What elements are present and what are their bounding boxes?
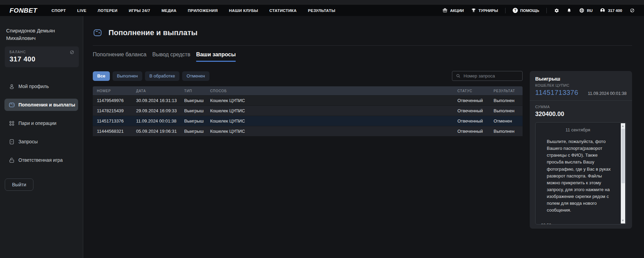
nav-right-cluster: АКЦИИ ТУРНИРЫ ПОМОЩЬ	[442, 8, 635, 13]
sidebar-item-deposits-payouts[interactable]: Пополнения и выплаты	[4, 99, 78, 111]
page-header: Пополнение и выплаты	[93, 28, 632, 38]
nav-item-games24[interactable]: ИГРЫ 24/7	[129, 9, 150, 13]
table-row[interactable]: 11478215439 29.09.2024 16:09:33 Выигрыш …	[93, 105, 523, 116]
cell-result: Выполнен	[489, 129, 523, 134]
lock-open-icon	[9, 157, 15, 163]
fonbet-logo[interactable]: FONBET	[10, 7, 37, 14]
tabs-bar: Пополнение баланса Вывод средств Ваши за…	[93, 52, 632, 62]
amount-value: 320400.00	[535, 111, 627, 118]
tournaments-label: ТУРНИРЫ	[479, 9, 498, 13]
top-navigation-bar: FONBET СПОРТ LIVE ЛОТЕРЕИ ИГРЫ 24/7 МЕДИ…	[0, 5, 644, 16]
cell-result: Отменен	[489, 118, 523, 124]
status-filter-chips: Все Выполнен В обработке Отменен	[93, 71, 209, 81]
trophy-icon	[471, 8, 476, 13]
column-header-type: ТИП	[180, 89, 206, 93]
request-id-link[interactable]: 11451713376	[535, 89, 578, 97]
table-row[interactable]: 11444568321 05.09.2024 19:06:31 Выигрыш …	[93, 126, 523, 136]
language-label: RU	[587, 9, 593, 13]
cell-method: Кошелек ЦУПИС	[206, 108, 453, 113]
question-icon	[513, 8, 518, 13]
language-switcher[interactable]: RU	[579, 8, 593, 13]
panel-divider	[530, 100, 632, 101]
account-balance-button[interactable]: 317 400	[600, 8, 622, 13]
cell-status: Отвеченный	[453, 108, 489, 113]
filter-chip-processing[interactable]: В обработке	[145, 71, 179, 81]
cell-number: 11444568321	[93, 129, 132, 134]
browser-top-strip	[0, 0, 644, 5]
tab-deposit-balance[interactable]: Пополнение баланса	[93, 52, 146, 62]
filter-chip-completed[interactable]: Выполнен	[113, 71, 142, 81]
table-row[interactable]: 11479549976 30.09.2024 16:31:13 Выигрыш …	[93, 95, 523, 105]
main-nav-menu: СПОРТ LIVE ЛОТЕРЕИ ИГРЫ 24/7 МЕДИА ПРИЛО…	[52, 9, 335, 13]
scrollbar-thumb[interactable]	[621, 129, 625, 183]
sidebar-item-label: Пополнения и выплаты	[18, 102, 75, 108]
message-scrollbar[interactable]	[621, 123, 625, 224]
column-header-method: СПОСОБ	[206, 89, 453, 93]
main-content: Пополнение и выплаты Пополнение баланса …	[83, 16, 644, 258]
request-detail-panel: Выигрыш КОШЕЛЕК ЦУПИС 11451713376 11.09.…	[530, 71, 632, 229]
grid-icon	[9, 120, 15, 127]
cell-date: 29.09.2024 16:09:33	[132, 108, 180, 113]
cell-method: Кошелек ЦУПИС	[206, 129, 453, 134]
globe-icon	[579, 8, 585, 13]
eye-off-icon[interactable]	[629, 8, 635, 13]
header-divider	[93, 45, 632, 46]
sidebar-item-label: Пари и операции	[18, 120, 56, 126]
eye-off-icon[interactable]	[69, 49, 75, 55]
request-message-box: 11 сентября Вышлите, пожалуйста, фото Ва…	[535, 122, 627, 225]
tournaments-button[interactable]: ТУРНИРЫ	[471, 8, 498, 13]
promos-button[interactable]: АКЦИИ	[442, 8, 464, 13]
scroll-down-arrow[interactable]	[622, 220, 624, 221]
logout-button[interactable]: Выйти	[5, 178, 33, 191]
request-search-box[interactable]	[452, 71, 523, 81]
cell-number: 11478215439	[93, 108, 132, 113]
column-header-date: ДАТА	[132, 89, 180, 93]
table-header-row: НОМЕР ДАТА ТИП СПОСОБ СТАТУС РЕЗУЛЬТАТ	[93, 86, 523, 95]
search-input[interactable]	[464, 73, 519, 78]
cell-status: Отвеченный	[453, 129, 489, 134]
help-button[interactable]: ПОМОЩЬ	[513, 8, 539, 13]
sidebar-item-label: Мой профиль	[18, 84, 49, 89]
cell-number: 11479549976	[93, 98, 132, 103]
nav-item-statistics[interactable]: СТАТИСТИКА	[269, 9, 297, 13]
column-header-result: РЕЗУЛЬТАТ	[489, 89, 523, 93]
nav-balance-value: 317 400	[608, 9, 622, 13]
nav-item-apps[interactable]: ПРИЛОЖЕНИЯ	[188, 9, 218, 13]
nav-item-lotteries[interactable]: ЛОТЕРЕИ	[98, 9, 117, 13]
sidebar-item-bets-operations[interactable]: Пари и операции	[4, 117, 78, 129]
tab-withdraw-funds[interactable]: Вывод средств	[152, 52, 190, 62]
tab-your-requests[interactable]: Ваши запросы	[196, 52, 236, 62]
scroll-up-arrow[interactable]	[622, 125, 624, 127]
bell-icon[interactable]	[567, 8, 572, 13]
cell-type: Выигрыш	[180, 129, 206, 134]
user-icon	[600, 8, 605, 13]
cell-type: Выигрыш	[180, 98, 206, 103]
page-title: Пополнение и выплаты	[108, 28, 197, 37]
nav-item-media[interactable]: МЕДИА	[161, 9, 176, 13]
nav-item-results[interactable]: РЕЗУЛЬТАТЫ	[308, 9, 335, 13]
column-header-status: СТАТУС	[453, 89, 489, 93]
cell-method: Кошелек ЦУПИС	[206, 118, 453, 124]
sidebar-item-requests[interactable]: Запросы	[4, 135, 78, 148]
request-method: КОШЕЛЕК ЦУПИС	[535, 83, 627, 87]
sidebar-item-label: Запросы	[18, 139, 38, 144]
cell-method: Кошелек ЦУПИС	[206, 98, 453, 103]
cell-status: Отвеченный	[453, 98, 489, 103]
balance-value: 317 400	[10, 55, 74, 63]
requests-table: НОМЕР ДАТА ТИП СПОСОБ СТАТУС РЕЗУЛЬТАТ 1…	[93, 86, 523, 136]
sidebar-item-responsible-gaming[interactable]: Ответственная игра	[4, 154, 78, 166]
nav-item-clubs[interactable]: НАШИ КЛУБЫ	[229, 9, 258, 13]
help-label: ПОМОЩЬ	[520, 9, 539, 13]
promos-label: АКЦИИ	[450, 9, 464, 13]
gear-icon[interactable]	[554, 8, 559, 13]
sidebar-item-profile[interactable]: Мой профиль	[4, 80, 78, 92]
search-icon	[456, 73, 461, 78]
wallet-icon	[9, 102, 15, 108]
filter-chip-cancelled[interactable]: Отменен	[182, 71, 209, 81]
message-date: 11 сентября	[541, 127, 615, 132]
table-row-selected[interactable]: 11451713376 11.09.2024 00:01:38 Выигрыш …	[93, 116, 523, 126]
message-text: Вышлите, пожалуйста, фото Вашего паспорт…	[547, 138, 615, 214]
nav-item-live[interactable]: LIVE	[77, 9, 86, 13]
nav-item-sport[interactable]: СПОРТ	[52, 9, 66, 13]
filter-chip-all[interactable]: Все	[93, 71, 110, 81]
